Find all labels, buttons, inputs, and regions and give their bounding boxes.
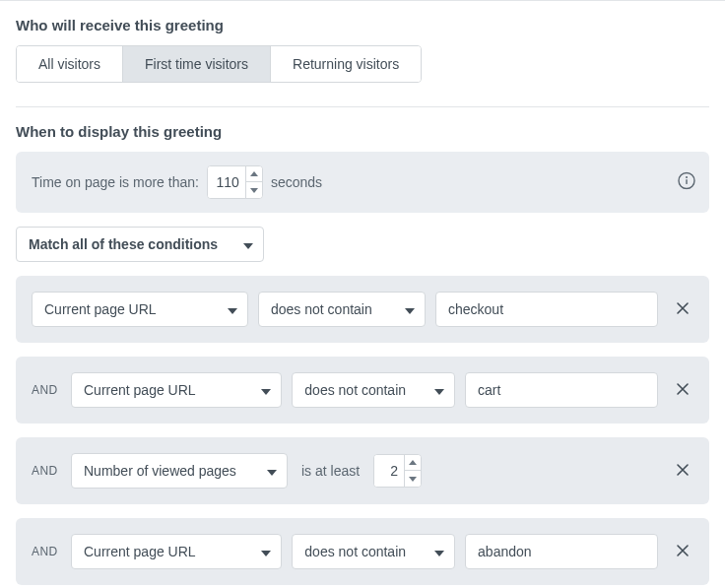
when-section-title: When to display this greeting — [16, 123, 709, 140]
info-button[interactable] — [678, 172, 695, 193]
chevron-down-icon — [250, 188, 258, 193]
condition-field-select[interactable]: Current page URL — [32, 292, 248, 327]
condition-value-input[interactable] — [465, 372, 658, 408]
visitor-tab[interactable]: All visitors — [17, 46, 123, 82]
svg-rect-2 — [686, 179, 687, 184]
chevron-up-icon — [409, 460, 417, 465]
visitor-tab[interactable]: Returning visitors — [271, 46, 421, 82]
chevron-down-icon — [228, 301, 237, 317]
condition-field-select[interactable]: Number of viewed pages — [71, 453, 288, 489]
match-mode-label: Match all of these conditions — [29, 236, 218, 252]
condition-field-label: Current page URL — [84, 382, 196, 398]
remove-condition-button[interactable] — [672, 460, 693, 482]
close-icon — [676, 463, 690, 480]
stepper-down-button[interactable] — [246, 182, 262, 198]
chevron-down-icon — [261, 544, 271, 559]
join-label: AND — [32, 383, 61, 397]
stepper-up-button[interactable] — [246, 166, 262, 182]
chevron-down-icon — [261, 382, 271, 398]
visitor-tab[interactable]: First time visitors — [123, 46, 271, 82]
condition-row: ANDCurrent page URLdoes not contain — [16, 518, 709, 585]
time-on-page-stepper[interactable] — [207, 165, 263, 199]
visitor-tabs: All visitorsFirst time visitorsReturning… — [16, 45, 422, 83]
stepper-controls — [404, 455, 421, 487]
condition-value-input[interactable] — [435, 292, 658, 327]
chevron-down-icon — [405, 301, 415, 317]
time-on-page-input[interactable] — [208, 166, 245, 198]
close-icon — [676, 544, 690, 560]
condition-operator-select[interactable]: does not contain — [292, 372, 455, 408]
condition-field-label: Current page URL — [84, 544, 196, 559]
condition-number-stepper[interactable] — [373, 454, 422, 488]
chevron-down-icon — [243, 236, 253, 252]
remove-condition-button[interactable] — [672, 379, 693, 401]
condition-operator-label: does not contain — [304, 544, 406, 559]
divider — [16, 106, 709, 107]
time-on-page-panel: Time on page is more than: seconds — [16, 152, 709, 213]
chevron-down-icon — [267, 463, 277, 479]
who-section-title: Who will receive this greeting — [16, 17, 709, 33]
join-label: AND — [32, 545, 61, 558]
close-icon — [676, 382, 690, 399]
at-least-label: is at least — [301, 463, 360, 479]
chevron-down-icon — [409, 477, 417, 482]
remove-condition-button[interactable] — [672, 541, 693, 562]
info-icon — [678, 172, 695, 190]
condition-operator-label: does not contain — [304, 382, 406, 398]
condition-number-input[interactable] — [374, 455, 404, 487]
join-label: AND — [32, 464, 61, 478]
close-icon — [676, 301, 690, 318]
chevron-down-icon — [434, 382, 444, 398]
condition-operator-label: does not contain — [271, 301, 372, 317]
condition-operator-select[interactable]: does not contain — [292, 534, 455, 569]
remove-condition-button[interactable] — [672, 298, 693, 320]
condition-field-select[interactable]: Current page URL — [71, 372, 282, 408]
condition-field-label: Number of viewed pages — [84, 463, 236, 479]
condition-field-label: Current page URL — [44, 301, 157, 317]
condition-field-select[interactable]: Current page URL — [71, 534, 282, 569]
condition-row: Current page URLdoes not contain — [16, 276, 709, 343]
condition-operator-select[interactable]: does not contain — [258, 292, 426, 327]
svg-point-1 — [686, 176, 688, 178]
condition-row: ANDNumber of viewed pagesis at least — [16, 437, 709, 504]
condition-value-input[interactable] — [465, 534, 658, 569]
stepper-controls — [245, 166, 262, 198]
time-on-page-prefix: Time on page is more than: — [32, 174, 199, 190]
stepper-down-button[interactable] — [405, 471, 421, 487]
time-on-page-suffix: seconds — [271, 174, 322, 190]
chevron-down-icon — [434, 544, 444, 559]
condition-row: ANDCurrent page URLdoes not contain — [16, 357, 709, 424]
match-mode-select[interactable]: Match all of these conditions — [16, 227, 264, 262]
chevron-up-icon — [250, 171, 258, 176]
stepper-up-button[interactable] — [405, 455, 421, 471]
